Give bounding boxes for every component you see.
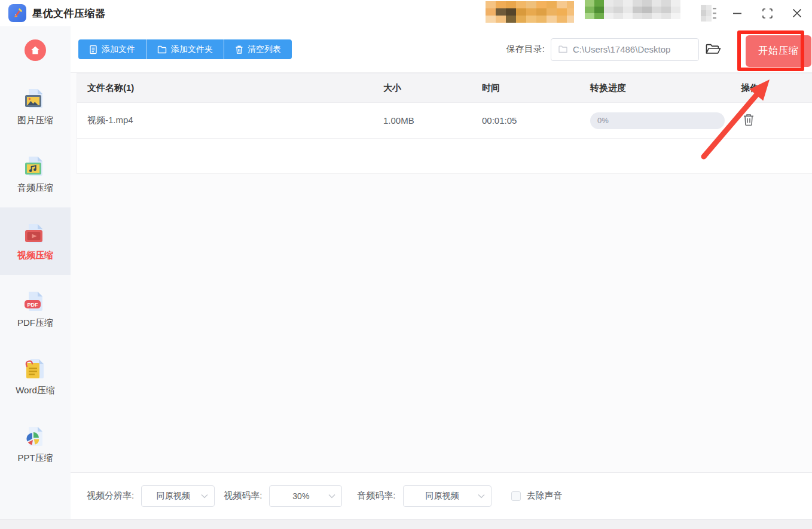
video-bitrate-label: 视频码率: <box>224 490 262 502</box>
chevron-down-icon <box>478 494 491 499</box>
home-icon <box>30 45 41 56</box>
maximize-button[interactable] <box>760 6 774 20</box>
trash-icon <box>743 113 755 126</box>
sidebar-item-label: Word压缩 <box>16 385 55 396</box>
sidebar-item-ppt-compress[interactable]: PPT压缩 <box>0 410 71 478</box>
add-folder-button[interactable]: 添加文件夹 <box>146 39 224 59</box>
title-bar: 星优文件压缩器 <box>0 0 812 26</box>
folder-icon <box>157 45 167 54</box>
clear-list-button[interactable]: 清空列表 <box>224 39 292 59</box>
sidebar-item-label: 视频压缩 <box>17 250 53 261</box>
minimize-button[interactable] <box>730 6 744 20</box>
clear-list-label: 清空列表 <box>248 44 281 55</box>
app-logo-icon <box>8 4 26 22</box>
resolution-label: 视频分辨率: <box>87 490 134 502</box>
add-file-label: 添加文件 <box>102 44 135 55</box>
sidebar-item-label: PPT压缩 <box>17 452 53 464</box>
word-file-icon <box>23 357 47 381</box>
sidebar-item-pdf-compress[interactable]: PDF PDF压缩 <box>0 275 71 343</box>
chevron-down-icon <box>201 494 214 499</box>
file-list-area: 文件名称(1) 大小 时间 转换进度 操作 视频-1.mp4 1.00MB 00… <box>71 73 812 472</box>
save-directory-group: 保存目录: C:\Users\17486\Desktop <box>506 38 721 61</box>
sidebar-item-audio-compress[interactable]: 音频压缩 <box>0 140 71 207</box>
progress-label: 0% <box>590 116 609 125</box>
sidebar-item-video-compress[interactable]: 视频压缩 <box>0 207 71 275</box>
toolbar: 添加文件 添加文件夹 清空列表 <box>71 26 812 73</box>
document-icon <box>89 45 97 54</box>
sidebar-item-home[interactable] <box>25 39 46 61</box>
resolution-value: 同原视频 <box>142 491 201 502</box>
save-directory-input[interactable]: C:\Users\17486\Desktop <box>551 38 699 61</box>
resolution-select[interactable]: 同原视频 <box>141 485 215 507</box>
delete-row-button[interactable] <box>743 113 755 126</box>
table-row: 视频-1.mp4 1.00MB 00:01:05 0% <box>77 103 812 139</box>
app-title: 星优文件压缩器 <box>32 7 106 20</box>
table-row-empty <box>77 139 812 174</box>
sidebar-item-label: 图片压缩 <box>17 115 53 126</box>
save-directory-path: C:\Users\17486\Desktop <box>573 44 670 54</box>
header-filename: 文件名称(1) <box>77 82 383 94</box>
header-time: 时间 <box>482 82 590 94</box>
sidebar-item-image-compress[interactable]: 图片压缩 <box>0 72 71 140</box>
video-bitrate-value: 30% <box>270 491 328 501</box>
main-panel: 添加文件 添加文件夹 清空列表 <box>71 26 812 519</box>
add-folder-label: 添加文件夹 <box>171 44 213 55</box>
blurred-mini-icon <box>701 5 717 22</box>
browse-folder-button[interactable] <box>705 43 721 56</box>
save-directory-label: 保存目录: <box>506 44 545 55</box>
folder-icon <box>558 45 567 53</box>
cell-time: 00:01:05 <box>482 115 590 126</box>
close-icon <box>792 8 802 19</box>
trash-icon <box>235 45 243 54</box>
open-folder-icon <box>705 43 721 56</box>
file-table: 文件名称(1) 大小 时间 转换进度 操作 视频-1.mp4 1.00MB 00… <box>77 73 812 174</box>
file-actions-group: 添加文件 添加文件夹 清空列表 <box>78 39 292 59</box>
audio-bitrate-select[interactable]: 同原视频 <box>403 485 492 507</box>
settings-bar: 视频分辨率: 同原视频 视频码率: 30% 音频码率: 同原视频 <box>71 472 812 519</box>
window-controls <box>730 0 812 26</box>
remove-audio-checkbox[interactable] <box>511 491 521 501</box>
ppt-file-icon <box>23 424 47 448</box>
sidebar-item-label: PDF压缩 <box>17 317 53 329</box>
chevron-down-icon <box>328 494 341 499</box>
sidebar-item-word-compress[interactable]: Word压缩 <box>0 343 71 410</box>
table-header: 文件名称(1) 大小 时间 转换进度 操作 <box>77 73 812 103</box>
remove-audio-label: 去除声音 <box>527 490 563 502</box>
audio-bitrate-label: 音频码率: <box>357 490 395 502</box>
audio-file-icon <box>23 154 47 178</box>
video-file-icon <box>23 222 47 246</box>
cell-filename: 视频-1.mp4 <box>77 115 383 126</box>
cell-size: 1.00MB <box>383 115 482 126</box>
blurred-account-badge-green <box>585 0 680 19</box>
header-progress: 转换进度 <box>590 82 741 94</box>
maximize-icon <box>762 8 773 19</box>
close-button[interactable] <box>790 6 804 20</box>
start-compress-button[interactable]: 开始压缩 <box>746 35 811 67</box>
pdf-badge-text: PDF <box>28 301 39 307</box>
progress-bar: 0% <box>590 112 725 129</box>
app-window: 星优文件压缩器 <box>0 0 812 529</box>
sidebar: 图片压缩 音频压缩 <box>0 26 71 519</box>
image-file-icon <box>23 87 47 111</box>
blurred-account-badge-orange <box>486 1 574 23</box>
video-bitrate-select[interactable]: 30% <box>269 485 342 507</box>
header-action: 操作 <box>741 82 812 94</box>
pdf-file-icon: PDF <box>23 289 47 313</box>
sidebar-item-label: 音频压缩 <box>17 182 53 194</box>
status-strip <box>0 519 812 529</box>
audio-bitrate-value: 同原视频 <box>404 491 478 502</box>
header-size: 大小 <box>383 82 482 94</box>
minimize-icon <box>732 8 743 19</box>
add-file-button[interactable]: 添加文件 <box>78 39 146 59</box>
